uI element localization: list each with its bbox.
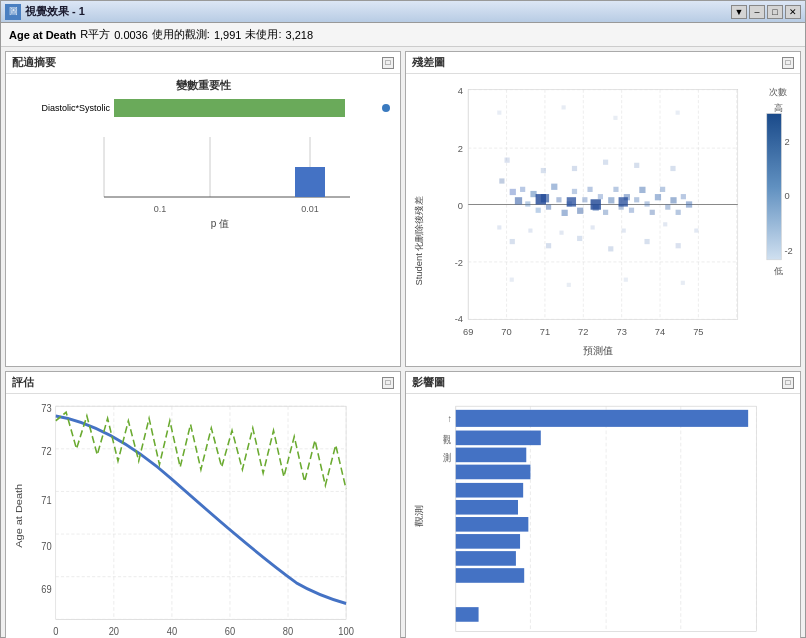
svg-rect-84 bbox=[562, 105, 566, 109]
var-label-diastolic: Diastolic*Systolic bbox=[20, 103, 110, 113]
svg-rect-63 bbox=[603, 160, 608, 165]
svg-rect-107 bbox=[767, 114, 782, 260]
svg-rect-6 bbox=[295, 167, 325, 197]
svg-text:0: 0 bbox=[53, 626, 59, 638]
svg-rect-85 bbox=[613, 116, 617, 120]
svg-rect-59 bbox=[686, 201, 692, 207]
svg-text:0.01: 0.01 bbox=[301, 204, 319, 214]
r-square-value: 0.0036 bbox=[114, 29, 148, 41]
svg-rect-34 bbox=[556, 197, 561, 202]
svg-text:72: 72 bbox=[578, 327, 588, 337]
settings-button[interactable]: ▼ bbox=[731, 5, 747, 19]
svg-rect-71 bbox=[676, 243, 681, 248]
svg-rect-62 bbox=[572, 166, 577, 171]
panel-residual-content: 69 70 71 72 73 74 75 預測值 4 2 0 -2 -4 bbox=[406, 74, 800, 366]
var-bar bbox=[114, 99, 345, 117]
svg-text:69: 69 bbox=[463, 327, 473, 337]
svg-rect-39 bbox=[582, 197, 587, 202]
svg-text:60: 60 bbox=[225, 626, 236, 638]
svg-text:低: 低 bbox=[774, 266, 783, 276]
p-axis-chart: 0.1 0.01 p 值 bbox=[10, 127, 396, 247]
svg-text:0.1: 0.1 bbox=[154, 204, 167, 214]
panel-residual-expand[interactable]: □ bbox=[782, 57, 794, 69]
panel-fit-summary-header: 配適摘要 □ bbox=[6, 52, 400, 74]
svg-rect-42 bbox=[598, 194, 603, 199]
svg-rect-48 bbox=[629, 208, 634, 213]
svg-rect-65 bbox=[670, 166, 675, 171]
svg-text:p 值: p 值 bbox=[211, 218, 229, 229]
panel-residual-title: 殘差圖 bbox=[412, 55, 445, 70]
r-square-label: R平方 bbox=[80, 27, 110, 42]
svg-rect-79 bbox=[591, 225, 595, 229]
svg-rect-53 bbox=[655, 194, 661, 200]
svg-rect-77 bbox=[528, 229, 532, 233]
unused-obs-label: 未使用: bbox=[245, 27, 281, 42]
svg-text:100: 100 bbox=[338, 626, 354, 638]
svg-rect-82 bbox=[694, 229, 698, 233]
svg-rect-58 bbox=[681, 194, 686, 199]
svg-rect-87 bbox=[510, 278, 514, 282]
restore-button[interactable]: □ bbox=[767, 5, 783, 19]
svg-rect-156 bbox=[456, 483, 523, 498]
app-icon: 圖 bbox=[5, 4, 21, 20]
title-bar: 圖 視覺效果 - 1 ▼ – □ ✕ bbox=[1, 1, 805, 23]
svg-rect-89 bbox=[624, 278, 628, 282]
svg-rect-38 bbox=[577, 208, 583, 214]
svg-rect-160 bbox=[456, 551, 516, 566]
svg-text:次數: 次數 bbox=[769, 87, 787, 97]
svg-text:↑: ↑ bbox=[447, 414, 451, 425]
svg-rect-43 bbox=[603, 210, 608, 215]
panel-residual: 殘差圖 □ bbox=[405, 51, 801, 367]
svg-rect-49 bbox=[634, 197, 639, 202]
panel-fit-summary-content: 變數重要性 Diastolic*Systolic bbox=[6, 74, 400, 366]
panel-evaluation: 評估 □ bbox=[5, 371, 401, 638]
var-importance-title: 變數重要性 bbox=[10, 78, 396, 93]
svg-rect-24 bbox=[499, 178, 504, 183]
svg-rect-56 bbox=[670, 197, 676, 203]
svg-text:觀: 觀 bbox=[443, 434, 451, 445]
svg-rect-153 bbox=[456, 465, 531, 480]
svg-text:40: 40 bbox=[167, 626, 178, 638]
svg-text:預測值: 預測值 bbox=[583, 345, 613, 356]
panel-evaluation-content: 73 72 71 70 69 Age at Death 0 20 40 60 8… bbox=[6, 394, 400, 638]
panel-evaluation-expand[interactable]: □ bbox=[382, 377, 394, 389]
svg-rect-35 bbox=[562, 210, 568, 216]
var-row-diastolic: Diastolic*Systolic bbox=[20, 99, 386, 117]
window-title: 視覺效果 - 1 bbox=[25, 4, 731, 19]
close-button[interactable]: ✕ bbox=[785, 5, 801, 19]
svg-text:75: 75 bbox=[693, 327, 703, 337]
svg-text:-2: -2 bbox=[455, 258, 463, 268]
evaluation-svg: 73 72 71 70 69 Age at Death 0 20 40 60 8… bbox=[6, 394, 400, 638]
svg-rect-76 bbox=[497, 225, 501, 229]
svg-rect-74 bbox=[591, 199, 601, 209]
svg-text:2: 2 bbox=[458, 144, 463, 154]
panel-evaluation-header: 評估 □ bbox=[6, 372, 400, 394]
minimize-button[interactable]: – bbox=[749, 5, 765, 19]
panel-evaluation-title: 評估 bbox=[12, 375, 34, 390]
svg-rect-158 bbox=[456, 517, 529, 532]
used-obs-label: 使用的觀測: bbox=[152, 27, 210, 42]
svg-rect-30 bbox=[536, 208, 541, 213]
svg-rect-83 bbox=[497, 111, 501, 115]
svg-text:69: 69 bbox=[41, 583, 52, 595]
svg-rect-68 bbox=[577, 236, 582, 241]
svg-text:74: 74 bbox=[655, 327, 665, 337]
svg-rect-161 bbox=[456, 568, 524, 583]
svg-rect-86 bbox=[676, 111, 680, 115]
panel-fit-summary: 配適摘要 □ 變數重要性 Diastolic*Systolic bbox=[5, 51, 401, 367]
var-chart-area: Diastolic*Systolic bbox=[10, 99, 396, 117]
panel-influence-expand[interactable]: □ bbox=[782, 377, 794, 389]
svg-text:高: 高 bbox=[774, 103, 783, 113]
svg-rect-55 bbox=[665, 204, 670, 209]
svg-text:70: 70 bbox=[41, 541, 52, 553]
svg-rect-32 bbox=[546, 204, 551, 209]
svg-text:73: 73 bbox=[616, 327, 626, 337]
info-bar: Age at Death R平方 0.0036 使用的觀測: 1,991 未使用… bbox=[1, 23, 805, 47]
svg-rect-40 bbox=[587, 187, 592, 192]
svg-rect-90 bbox=[681, 281, 685, 285]
main-content: 配適摘要 □ 變數重要性 Diastolic*Systolic bbox=[1, 47, 805, 638]
panel-fit-summary-expand[interactable]: □ bbox=[382, 57, 394, 69]
svg-text:-4: -4 bbox=[455, 314, 463, 324]
panel-influence-content: ↑ 觀 測 bbox=[406, 394, 800, 638]
svg-rect-52 bbox=[650, 210, 655, 215]
